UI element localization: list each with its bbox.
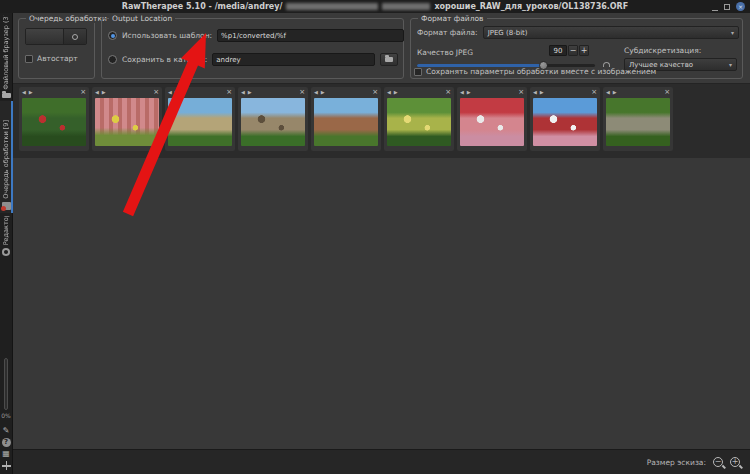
tab-processing-queue[interactable]: Очередь обработки [9] [0, 101, 13, 213]
grid-icon[interactable]: ▦ [2, 449, 10, 459]
file-format-row: Формат файла: JPEG (8-bit) ▾ [417, 26, 739, 39]
folder-input[interactable] [212, 53, 375, 66]
save-to-folder-radio[interactable] [108, 55, 117, 64]
zoom-out-icon[interactable]: − [713, 457, 723, 467]
queue-thumbnail: ◀ ▶ × [530, 87, 600, 151]
file-format-value: JPEG (8-bit) [488, 29, 528, 37]
save-to-folder-label: Сохранить в каталог: [122, 55, 207, 64]
subsampling-label: Субдискретизация: [624, 46, 701, 55]
remove-from-queue-icon[interactable]: × [518, 88, 524, 96]
file-format-label: Формат файла: [417, 28, 478, 37]
autostart-row: Автостарт [25, 54, 78, 63]
remove-from-queue-icon[interactable]: × [591, 88, 597, 96]
processing-queue-panel: Очередь обработки Автостарт [18, 18, 95, 79]
close-icon[interactable]: × [736, 2, 745, 11]
move-to-end-icon[interactable]: ▶ [321, 88, 325, 96]
window-title-suffix: хорошие_RAW_для_уроков/OL138736.ORF [434, 2, 628, 11]
tab-file-browser[interactable]: Файловый браузер (375) [0, 13, 13, 101]
remove-from-queue-icon[interactable]: × [153, 88, 159, 96]
thumbnail-image[interactable] [533, 98, 597, 146]
quality-increase-button[interactable]: + [579, 45, 589, 56]
minimize-icon[interactable] [712, 3, 718, 11]
fullscreen-icon[interactable] [2, 461, 11, 470]
move-to-head-icon[interactable]: ◀ [168, 88, 172, 96]
progress-bar [4, 358, 8, 410]
move-to-end-icon[interactable]: ▶ [175, 88, 179, 96]
remove-from-queue-icon[interactable]: × [445, 88, 451, 96]
remove-from-queue-icon[interactable]: × [226, 88, 232, 96]
thumbnail-image[interactable] [168, 98, 232, 146]
help-icon[interactable]: ? [2, 438, 11, 447]
thumbnail-image[interactable] [241, 98, 305, 146]
thumbnail-toolbar: ◀ ▶ × [311, 87, 381, 97]
move-to-end-icon[interactable]: ▶ [540, 88, 544, 96]
progress-label: 0% [1, 412, 11, 419]
folder-icon [2, 93, 11, 98]
thumb-size-label: Размер эскиза: [647, 458, 706, 467]
zoom-in-icon[interactable]: + [730, 457, 740, 467]
thumbnail-toolbar: ◀ ▶ × [530, 87, 600, 97]
tab-editor-label: Редактор [2, 216, 10, 245]
queue-thumbnail: ◀ ▶ × [92, 87, 162, 151]
move-to-end-icon[interactable]: ▶ [29, 88, 33, 96]
thumbnail-image[interactable] [314, 98, 378, 146]
pen-icon[interactable]: ✎ [3, 426, 10, 436]
rawtherapee-window: RawTherapee 5.10 - /media/andrey/ хороши… [0, 0, 750, 474]
move-to-head-icon[interactable]: ◀ [22, 88, 26, 96]
queue-empty-area [13, 158, 750, 449]
move-to-head-icon[interactable]: ◀ [314, 88, 318, 96]
move-to-head-icon[interactable]: ◀ [241, 88, 245, 96]
move-to-end-icon[interactable]: ▶ [467, 88, 471, 96]
move-to-end-icon[interactable]: ▶ [613, 88, 617, 96]
move-to-end-icon[interactable]: ▶ [102, 88, 106, 96]
thumbnail-image[interactable] [460, 98, 524, 146]
remove-from-queue-icon[interactable]: × [664, 88, 670, 96]
jpeg-quality-spinner: 90 − + [549, 45, 589, 56]
remove-from-queue-icon[interactable]: × [80, 88, 86, 96]
start-processing-toggle[interactable] [26, 29, 64, 44]
queue-thumbnail: ◀ ▶ × [165, 87, 235, 151]
chevron-down-icon: ▾ [729, 61, 732, 68]
file-format-dropdown[interactable]: JPEG (8-bit) ▾ [483, 26, 739, 39]
move-to-head-icon[interactable]: ◀ [606, 88, 610, 96]
tab-editor[interactable]: Редактор [0, 213, 13, 259]
queue-thumbnail: ◀ ▶ × [384, 87, 454, 151]
thumbnail-image[interactable] [95, 98, 159, 146]
move-to-end-icon[interactable]: ▶ [248, 88, 252, 96]
tab-file-browser-label: Файловый браузер (375) [2, 16, 10, 90]
use-template-radio[interactable] [108, 31, 117, 40]
jpeg-quality-value[interactable]: 90 [549, 45, 567, 56]
use-template-label: Использовать шаблон: [122, 31, 212, 40]
output-location-panel: Output Location Использовать шаблон: Сох… [101, 18, 404, 79]
output-location-panel-title: Output Location [109, 14, 175, 23]
thumbnail-image[interactable] [22, 98, 86, 146]
quality-decrease-button[interactable]: − [568, 45, 578, 56]
gear-icon [72, 34, 78, 40]
autostart-checkbox[interactable] [25, 55, 33, 63]
template-input[interactable] [217, 29, 404, 42]
thumbnail-image[interactable] [387, 98, 451, 146]
remove-from-queue-icon[interactable]: × [299, 88, 305, 96]
move-to-head-icon[interactable]: ◀ [533, 88, 537, 96]
file-format-panel-title: Формат файлов [418, 14, 487, 23]
maximize-icon[interactable] [724, 4, 730, 10]
move-to-head-icon[interactable]: ◀ [387, 88, 391, 96]
move-to-end-icon[interactable]: ▶ [394, 88, 398, 96]
file-format-panel: Формат файлов Формат файла: JPEG (8-bit)… [410, 18, 743, 79]
move-to-head-icon[interactable]: ◀ [460, 88, 464, 96]
queue-settings-button[interactable] [64, 29, 86, 44]
top-panels: Очередь обработки Автостарт Output Locat… [13, 13, 750, 84]
folder-icon [385, 57, 393, 62]
remove-from-queue-icon[interactable]: × [372, 88, 378, 96]
thumbnail-toolbar: ◀ ▶ × [238, 87, 308, 97]
move-to-head-icon[interactable]: ◀ [95, 88, 99, 96]
browse-folder-button[interactable] [380, 53, 398, 66]
queue-thumbnail: ◀ ▶ × [19, 87, 89, 151]
use-template-row: Использовать шаблон: [108, 29, 404, 42]
save-params-row: Сохранять параметры обработки вместе с и… [414, 67, 656, 76]
start-processing-button[interactable] [25, 28, 87, 45]
save-params-checkbox[interactable] [414, 68, 422, 76]
thumbnail-image[interactable] [606, 98, 670, 146]
redacted-path-block [382, 3, 430, 10]
thumbnail-toolbar: ◀ ▶ × [384, 87, 454, 97]
